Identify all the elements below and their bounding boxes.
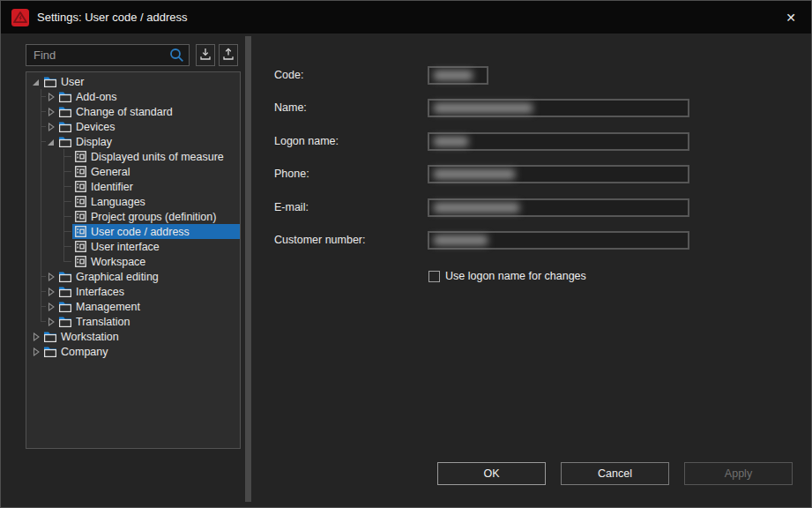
tree-item-content[interactable]: Project groups (definition) <box>72 209 240 224</box>
folder-icon <box>57 136 73 148</box>
tree-item-label: Displayed units of measure <box>91 151 224 163</box>
tree-item-content[interactable]: Display <box>57 134 240 149</box>
tree-item-graphical-editing[interactable]: Graphical editing <box>26 269 240 284</box>
tree-item-label: Company <box>61 346 108 358</box>
tree-item-identifier[interactable]: Identifier <box>26 179 240 194</box>
tree-item-content[interactable]: Change of standard <box>57 104 240 119</box>
use-logon-name-checkbox[interactable] <box>428 271 440 282</box>
tree-item-content[interactable]: Company <box>42 344 240 359</box>
tree-item-user-interface[interactable]: User interface <box>26 239 240 254</box>
settings-page-icon <box>72 226 88 237</box>
tree-item-content[interactable]: Workspace <box>72 254 240 269</box>
tree-item-management[interactable]: Management <box>26 299 240 314</box>
redacted-value <box>434 235 488 245</box>
use-logon-name-label: Use logon name for changes <box>445 270 586 282</box>
tree-item-label: Interfaces <box>76 286 124 298</box>
tree-item-content[interactable]: Interfaces <box>57 284 240 299</box>
folder-icon <box>57 286 73 298</box>
expander-collapsed-icon[interactable] <box>45 104 57 119</box>
settings-page-icon <box>72 166 88 177</box>
expander-collapsed-icon[interactable] <box>45 119 57 134</box>
field-input-phone[interactable] <box>428 165 689 183</box>
expander-spacer <box>60 254 72 269</box>
search-input[interactable] <box>26 44 190 66</box>
tree-item-interfaces[interactable]: Interfaces <box>26 284 240 299</box>
expander-spacer <box>60 179 72 194</box>
tree-item-label: General <box>91 166 130 178</box>
tree-item-display[interactable]: Display <box>26 134 240 149</box>
tree-item-content[interactable]: Displayed units of measure <box>72 149 240 164</box>
tree-item-change-of-standard[interactable]: Change of standard <box>26 104 240 119</box>
field-label-code: Code: <box>274 69 303 81</box>
tree-item-company[interactable]: Company <box>26 344 240 359</box>
tree-item-content[interactable]: Workstation <box>42 329 240 344</box>
expander-collapsed-icon[interactable] <box>30 344 42 359</box>
tree-item-general[interactable]: General <box>26 164 240 179</box>
ok-button[interactable]: OK <box>437 462 546 485</box>
tree-item-content[interactable]: Graphical editing <box>57 269 240 284</box>
close-icon[interactable]: ✕ <box>776 1 806 34</box>
expander-collapsed-icon[interactable] <box>45 284 57 299</box>
folder-icon <box>57 91 73 103</box>
settings-page-icon <box>72 181 88 192</box>
panel-splitter[interactable] <box>245 36 251 502</box>
upload-icon <box>222 48 235 63</box>
expander-collapsed-icon[interactable] <box>45 299 57 314</box>
tree-item-content[interactable]: Identifier <box>72 179 240 194</box>
folder-icon <box>42 331 58 343</box>
settings-page-icon <box>72 151 88 162</box>
field-input-customer-number[interactable] <box>428 231 689 250</box>
tree-item-content[interactable]: Languages <box>72 194 240 209</box>
tree-item-add-ons[interactable]: Add-ons <box>26 89 240 104</box>
tree-item-displayed-units-of-measure[interactable]: Displayed units of measure <box>26 149 240 164</box>
import-settings-button[interactable] <box>196 44 215 66</box>
expander-collapsed-icon[interactable] <box>45 269 57 284</box>
tree-item-label: Display <box>76 136 112 148</box>
tree-selection[interactable]: User code / address <box>72 224 240 239</box>
tree-item-content[interactable]: Translation <box>57 314 240 329</box>
export-settings-button[interactable] <box>219 44 238 66</box>
settings-page-icon <box>72 241 88 252</box>
field-input-e-mail[interactable] <box>428 198 689 217</box>
tree-item-content[interactable]: Management <box>57 299 240 314</box>
settings-page-icon <box>72 196 88 207</box>
download-icon <box>199 48 212 63</box>
tree-item-translation[interactable]: Translation <box>26 314 240 329</box>
field-input-name[interactable] <box>428 99 689 117</box>
tree-item-user[interactable]: User <box>26 74 240 89</box>
tree-item-user-code-address[interactable]: User code / address <box>26 224 240 239</box>
redacted-value <box>434 137 468 146</box>
window-title: Settings: User code / address <box>37 11 188 24</box>
expander-collapsed-icon[interactable] <box>30 329 42 344</box>
tree-item-content[interactable]: User <box>42 74 240 89</box>
field-input-logon-name[interactable] <box>428 132 689 151</box>
tree-item-content[interactable]: General <box>72 164 240 179</box>
tree-item-content[interactable]: Add-ons <box>57 89 240 104</box>
field-input-code[interactable] <box>428 66 488 85</box>
folder-icon <box>57 106 73 118</box>
cancel-button[interactable]: Cancel <box>561 462 669 485</box>
expander-collapsed-icon[interactable] <box>45 314 57 329</box>
app-logo-icon <box>11 9 29 26</box>
field-label-logon-name: Logon name: <box>274 135 339 147</box>
tree-item-label: Change of standard <box>76 106 173 118</box>
tree-item-content[interactable]: Devices <box>57 119 240 134</box>
folder-icon <box>57 316 73 328</box>
redacted-value <box>434 103 533 113</box>
tree-item-label: Identifier <box>91 181 133 193</box>
field-label-customer-number: Customer number: <box>274 234 366 246</box>
tree-item-project-groups-definition[interactable]: Project groups (definition) <box>26 209 240 224</box>
settings-page-icon <box>72 211 88 222</box>
tree-item-content[interactable]: User interface <box>72 239 240 254</box>
tree-item-workstation[interactable]: Workstation <box>26 329 240 344</box>
expander-expanded-icon[interactable] <box>45 134 57 149</box>
tree-item-label: Management <box>76 301 140 313</box>
tree-item-devices[interactable]: Devices <box>26 119 240 134</box>
folder-icon <box>57 121 73 133</box>
expander-collapsed-icon[interactable] <box>45 89 57 104</box>
expander-expanded-icon[interactable] <box>30 74 42 89</box>
tree-item-label: User code / address <box>91 226 190 238</box>
tree-item-languages[interactable]: Languages <box>26 194 240 209</box>
tree-item-workspace[interactable]: Workspace <box>26 254 240 269</box>
redacted-value <box>434 71 473 80</box>
